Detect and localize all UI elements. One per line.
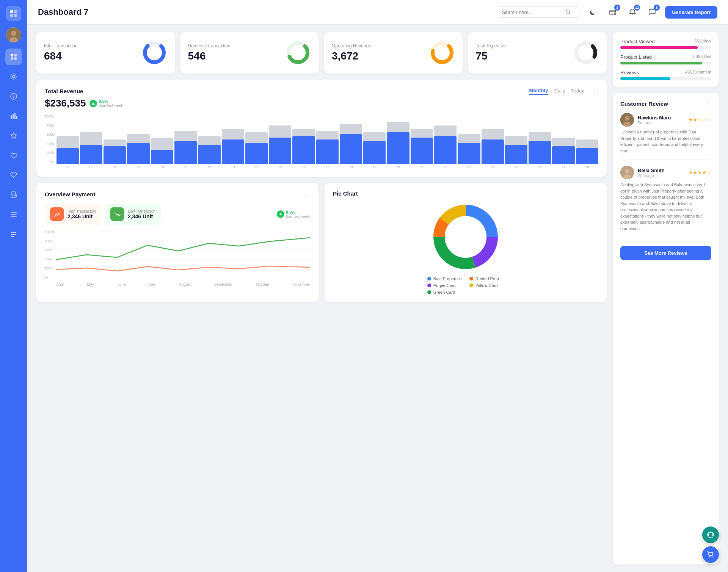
stat-card-inter-transaction: Inter. transaction 684 (36, 32, 175, 74)
high-transaction-stat: High Transaction 2,346 Unit (45, 204, 101, 225)
svg-rect-10 (14, 57, 17, 60)
metric-row-2: Reviews 456 Comment (620, 70, 711, 75)
tab-daily[interactable]: Daily (554, 88, 565, 94)
metric-bar-fill-1 (620, 62, 702, 64)
metric-product-listed: Product Listed 3,456 Unit (620, 54, 711, 64)
payment-change-text: 0.8% than last week (286, 210, 310, 219)
bar-group-3 (127, 114, 149, 164)
stat-value-0: 684 (44, 50, 78, 62)
sidebar-item-menu[interactable] (5, 206, 22, 223)
metric-name-2: Reviews (620, 70, 639, 75)
x-axis-labels: 0607080910111213141516171819202122232425… (56, 165, 598, 169)
bell-badge: 12 (634, 5, 640, 11)
svg-rect-25 (610, 10, 616, 15)
stat-label-3: Total Expenses (476, 43, 507, 49)
svg-rect-55 (712, 534, 714, 536)
high-transaction-icon (50, 207, 64, 221)
stat-cards-row: Inter. transaction 684 Domestic transact… (36, 32, 607, 74)
main-content: Dashboard 7 2 (27, 0, 728, 572)
theme-toggle[interactable] (586, 5, 600, 19)
legend-dot-rented (469, 277, 473, 281)
dashboard-area: Inter. transaction 684 Domestic transact… (27, 24, 728, 572)
high-transaction-text: High Transaction 2,346 Unit (67, 209, 96, 219)
see-more-reviews-button[interactable]: See More Reviews (620, 246, 711, 260)
bar-group-8 (245, 114, 268, 164)
payment-more-menu[interactable]: ··· (302, 190, 310, 198)
bar-blue-9 (269, 138, 291, 164)
sidebar-item-settings[interactable] (5, 68, 22, 85)
chat-icon-btn[interactable]: 5 (645, 5, 659, 19)
reviewer-avatar-1 (620, 166, 634, 179)
donut-0 (141, 39, 168, 66)
wallet-icon-btn[interactable]: 2 (606, 5, 620, 19)
search-box[interactable] (497, 6, 580, 18)
svg-point-11 (13, 75, 15, 78)
bar-group-20 (529, 114, 551, 164)
revenue-more-menu[interactable]: ··· (590, 87, 598, 95)
bar-chart-wrapper: 1000k 800k 600k 400k 200k 0k 06070809101… (45, 114, 598, 169)
low-transaction-stat: Low Transaction 2,346 Unit (105, 204, 161, 225)
x-label-20: 26 (529, 165, 551, 169)
sidebar-item-dashboard[interactable] (5, 49, 22, 65)
x-label-14: 20 (387, 165, 409, 169)
sidebar-logo[interactable] (6, 6, 21, 21)
sidebar-item-favorites[interactable] (5, 147, 22, 164)
svg-point-57 (712, 556, 713, 558)
sidebar-item-print[interactable] (5, 186, 22, 203)
svg-rect-23 (11, 236, 14, 237)
review-text-1: Dealing with Syamsudin and Bakri was a j… (620, 182, 711, 232)
svg-rect-16 (16, 116, 17, 119)
line-chart-svg (56, 230, 310, 279)
avatar[interactable] (6, 27, 21, 42)
stat-card-total-expenses: Total Expenses 75 (468, 32, 607, 74)
review-stars-0: ★★☆☆☆ (689, 117, 711, 122)
metric-bar-0 (620, 46, 711, 49)
legend-dot-sale (427, 277, 431, 281)
reviewer-meta-0: Hawkins Maru 5m ago (638, 115, 671, 125)
payment-change-pct: 0.8% (286, 210, 310, 215)
payment-title: Overview Payment (45, 191, 95, 197)
revenue-change-pct: 0.8% (99, 99, 123, 103)
cart-float-button[interactable] (702, 546, 719, 563)
generate-report-button[interactable]: Generate Report (665, 6, 717, 19)
low-transaction-icon (110, 207, 124, 221)
reviewer-avatar-0 (620, 113, 634, 127)
sidebar-item-info[interactable] (5, 88, 22, 105)
svg-rect-8 (14, 54, 17, 56)
metric-bar-2 (620, 77, 711, 80)
donut-2 (429, 39, 455, 66)
x-label-15: 21 (411, 165, 433, 169)
bar-blue-4 (151, 150, 173, 164)
svg-rect-2 (10, 14, 13, 17)
stat-label-0: Inter. transaction (44, 43, 78, 49)
bar-blue-10 (292, 136, 315, 164)
bar-blue-22 (576, 148, 598, 164)
wallet-badge: 2 (614, 5, 620, 11)
bell-icon-btn[interactable]: 12 (626, 5, 639, 19)
tab-today[interactable]: Today (571, 88, 584, 94)
metric-row-1: Product Listed 3,456 Unit (620, 54, 711, 60)
donut-3 (573, 39, 599, 66)
sidebar-item-list[interactable] (5, 226, 22, 243)
low-transaction-label: Low Transaction (128, 209, 155, 213)
bar-blue-3 (127, 143, 149, 164)
sidebar-item-star[interactable] (5, 127, 22, 144)
legend-label-sale: Sale Properties (433, 276, 462, 281)
reviews-more-menu[interactable]: ··· (703, 100, 711, 108)
revenue-amount-row: $236,535 0.8% than last week (45, 97, 598, 109)
bar-blue-17 (458, 143, 480, 164)
svg-point-48 (625, 116, 629, 121)
legend-label-purple: Purple Card (433, 283, 456, 288)
reviewer-name-0: Hawkins Maru (638, 115, 671, 121)
cart-icon (706, 550, 715, 559)
support-float-button[interactable] (702, 527, 719, 543)
x-label-5: 11 (174, 165, 197, 169)
bar-blue-11 (316, 139, 339, 164)
stat-value-2: 3,672 (332, 50, 371, 62)
sidebar-item-heart-outline[interactable] (5, 167, 22, 183)
search-input[interactable] (502, 9, 562, 15)
x-label-22: 28 (576, 165, 598, 169)
tab-monthly[interactable]: Monthly (529, 88, 548, 95)
legend-green-card: Green Card (427, 290, 462, 295)
sidebar-item-analytics[interactable] (5, 108, 22, 124)
